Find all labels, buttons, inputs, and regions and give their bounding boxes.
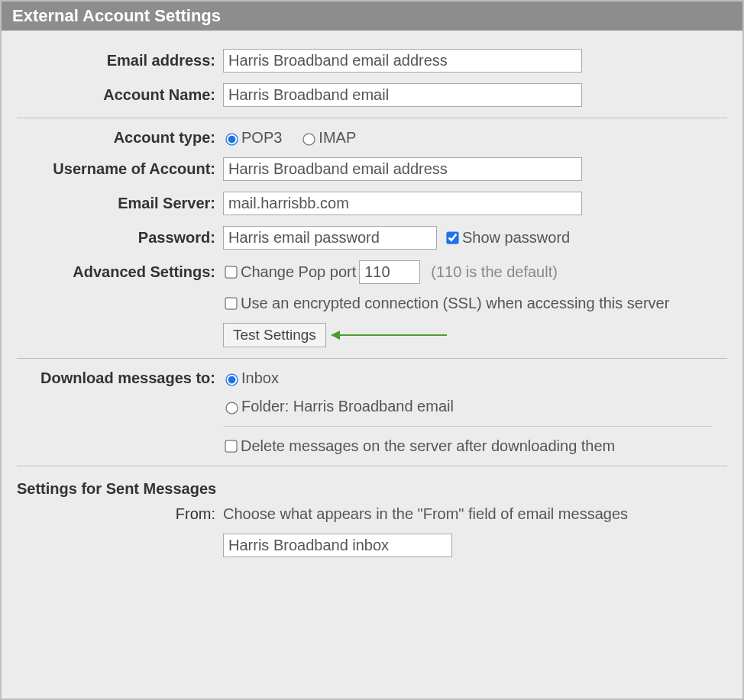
email-server-label: Email Server: [17, 195, 223, 212]
pop-port-input[interactable] [359, 260, 420, 284]
email-address-label: Email address: [17, 52, 223, 69]
email-server-input[interactable] [223, 192, 582, 215]
advanced-settings-label: Advanced Settings: [17, 263, 223, 281]
external-account-settings-panel: External Account Settings Email address:… [0, 0, 744, 700]
row-delete-after-download: Delete messages on the server after down… [17, 437, 727, 455]
row-test-settings: Test Settings [17, 323, 727, 347]
change-pop-port-label: Change Pop port [241, 263, 356, 281]
panel-title: External Account Settings [12, 6, 221, 25]
row-account-type: Account type: POP3 IMAP [17, 129, 727, 147]
row-ssl-option: Use an encrypted connection (SSL) when a… [17, 295, 727, 312]
download-folder-label: Folder: Harris Broadband email [241, 398, 454, 415]
show-password-label: Show password [462, 229, 570, 247]
download-to-label: Download messages to: [17, 369, 223, 387]
show-password-option[interactable]: Show password [445, 229, 570, 247]
row-username: Username of Account: [17, 157, 727, 181]
row-password: Password: Show password [17, 226, 727, 250]
from-description: Choose what appears in the "From" field … [223, 505, 628, 523]
divider-download-sub [223, 426, 712, 427]
ssl-checkbox[interactable] [225, 297, 237, 309]
row-download-to: Download messages to: Inbox [17, 369, 727, 387]
download-inbox-radio[interactable] [225, 373, 238, 385]
row-from-value [223, 534, 727, 557]
account-type-imap-label: IMAP [319, 129, 356, 147]
ssl-option[interactable]: Use an encrypted connection (SSL) when a… [223, 295, 669, 312]
account-type-label: Account type: [17, 129, 223, 147]
change-pop-port-option[interactable]: Change Pop port [223, 263, 356, 281]
username-label: Username of Account: [17, 160, 223, 178]
delete-after-download-label: Delete messages on the server after down… [241, 437, 615, 455]
show-password-checkbox[interactable] [446, 231, 458, 244]
divider-1 [17, 118, 727, 118]
account-name-label: Account Name: [17, 86, 223, 104]
pop-port-hint: (110 is the default) [431, 263, 558, 281]
account-type-imap-option[interactable]: IMAP [300, 129, 356, 147]
account-name-input[interactable] [223, 83, 582, 107]
username-input[interactable] [223, 157, 582, 181]
change-pop-port-checkbox[interactable] [225, 266, 237, 278]
annotation-arrow-icon [332, 334, 447, 336]
row-from: From: Choose what appears in the "From" … [17, 505, 727, 523]
account-type-pop3-label: POP3 [241, 129, 282, 147]
row-email-address: Email address: [17, 49, 727, 73]
ssl-label: Use an encrypted connection (SSL) when a… [241, 295, 669, 312]
email-address-input[interactable] [223, 49, 582, 73]
password-label: Password: [17, 229, 223, 247]
sent-messages-heading: Settings for Sent Messages [17, 480, 727, 498]
row-email-server: Email Server: [17, 192, 727, 215]
from-label: From: [17, 505, 223, 523]
delete-after-download-checkbox[interactable] [225, 440, 237, 452]
row-account-name: Account Name: [17, 83, 727, 107]
download-inbox-label: Inbox [241, 369, 279, 387]
row-download-folder: Folder: Harris Broadband email [17, 398, 727, 415]
panel-content: Email address: Account Name: Account typ… [2, 31, 742, 557]
download-inbox-option[interactable]: Inbox [223, 369, 279, 387]
from-input[interactable] [223, 534, 452, 557]
download-folder-option[interactable]: Folder: Harris Broadband email [223, 398, 454, 415]
row-advanced-settings: Advanced Settings: Change Pop port (110 … [17, 260, 727, 284]
account-type-imap-radio[interactable] [303, 133, 315, 145]
account-type-pop3-radio[interactable] [225, 133, 238, 145]
divider-3 [17, 466, 727, 466]
password-input[interactable] [223, 226, 437, 250]
panel-titlebar: External Account Settings [2, 2, 742, 31]
delete-after-download-option[interactable]: Delete messages on the server after down… [223, 437, 615, 455]
divider-2 [17, 358, 727, 359]
test-settings-button[interactable]: Test Settings [223, 323, 326, 347]
download-folder-radio[interactable] [225, 402, 238, 414]
account-type-pop3-option[interactable]: POP3 [223, 129, 282, 147]
